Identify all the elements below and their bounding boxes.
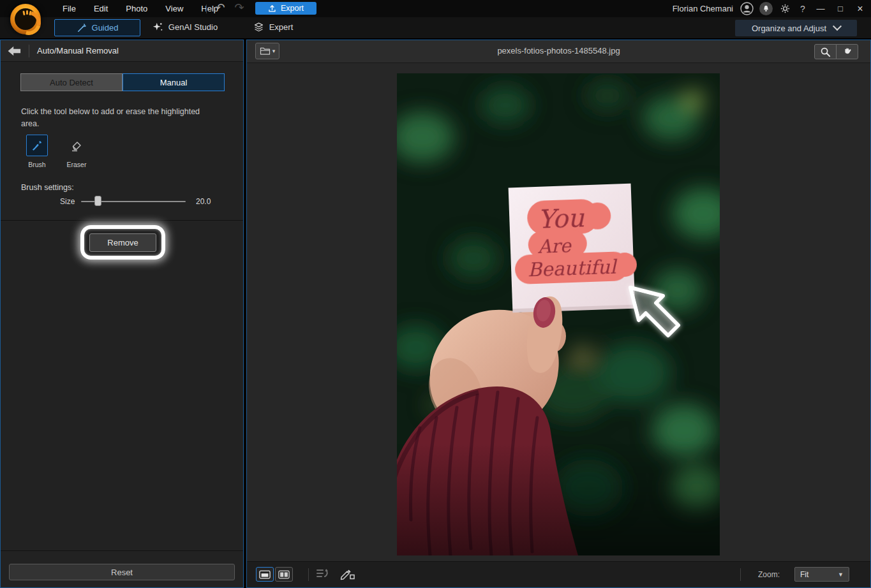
- tab-guided[interactable]: Guided: [54, 19, 140, 36]
- pan-tool-button[interactable]: [836, 44, 858, 59]
- magnifier-icon: [820, 47, 831, 57]
- photo-canvas[interactable]: You Are Beautiful: [397, 73, 720, 555]
- size-label: Size: [60, 197, 75, 206]
- eraser-tool-button[interactable]: [66, 135, 87, 156]
- undo-icon[interactable]: ↶: [212, 1, 228, 15]
- footer-divider: [1, 550, 243, 551]
- note-line-2: Are: [537, 235, 572, 258]
- brush-icon: [31, 139, 43, 152]
- section-divider: [1, 220, 243, 221]
- image-viewport[interactable]: You Are Beautiful: [247, 63, 870, 562]
- panel-header: Auto/Manual Removal: [1, 40, 243, 62]
- guided-edit-panel: Auto/Manual Removal Auto Detect Manual C…: [0, 40, 244, 588]
- menu-view[interactable]: View: [156, 4, 192, 13]
- layers-icon: [253, 22, 264, 33]
- filename-label: pexels-fotios-photos-1485548.jpg: [247, 46, 870, 55]
- help-icon[interactable]: ?: [798, 4, 808, 14]
- minimize-button[interactable]: —: [814, 4, 828, 13]
- bottombar-divider: [740, 568, 741, 581]
- edit-markup-button[interactable]: [340, 568, 355, 583]
- dropdown-arrow-icon: ▼: [838, 571, 844, 578]
- menu-file[interactable]: File: [54, 4, 85, 13]
- canvas-bottom-bar: Zoom: Fit ▼: [247, 561, 870, 587]
- logo-claw: [26, 10, 28, 15]
- export-button[interactable]: Export: [255, 2, 316, 15]
- app-window: File Edit Photo View Help ↶ ↷ Export Flo…: [0, 0, 871, 588]
- instruction-text: Click the tool below to add or erase the…: [21, 106, 210, 130]
- sparkle-icon: [153, 22, 163, 33]
- notifications-bell-icon[interactable]: [759, 2, 773, 15]
- apply-to-all-button[interactable]: [316, 568, 331, 583]
- wand-icon: [77, 23, 87, 33]
- hand-icon: [842, 47, 852, 57]
- back-arrow-icon: [6, 45, 23, 57]
- toolbar-divider: [206, 4, 207, 13]
- folder-icon: [260, 47, 271, 55]
- note-line-3: Beautiful: [527, 256, 618, 281]
- brush-tool-button[interactable]: [26, 135, 48, 156]
- maximize-button[interactable]: □: [833, 4, 847, 13]
- title-bar: File Edit Photo View Help ↶ ↷ Export Flo…: [0, 0, 871, 17]
- split-view-icon: [278, 570, 290, 579]
- upload-icon: [268, 4, 276, 13]
- split-view-button[interactable]: [275, 567, 293, 582]
- manual-button[interactable]: Manual: [123, 73, 225, 91]
- mode-dropdown[interactable]: Organize and Adjust: [735, 20, 857, 36]
- eraser-tool-label: Eraser: [65, 161, 88, 168]
- chevron-down-icon: [833, 22, 842, 31]
- detect-mode-segmented-control: Auto Detect Manual: [20, 73, 225, 91]
- brush-settings-label: Brush settings:: [21, 183, 74, 192]
- menu-photo[interactable]: Photo: [117, 4, 156, 13]
- pencil-square-icon: [340, 568, 355, 580]
- workspace-tab-bar: Guided GenAI Studio Expert Organize and …: [0, 17, 871, 40]
- apply-stack-icon: [316, 568, 331, 580]
- panel-title: Auto/Manual Removal: [37, 46, 119, 55]
- redo-icon: ↷: [231, 1, 248, 15]
- mode-dropdown-label: Organize and Adjust: [752, 24, 826, 33]
- remove-button[interactable]: Remove: [89, 233, 156, 252]
- account-icon[interactable]: [740, 2, 754, 15]
- size-value: 20.0: [196, 197, 211, 206]
- photo-image: You Are Beautiful: [397, 73, 720, 555]
- tab-expert-label: Expert: [269, 22, 294, 32]
- bottombar-divider: [308, 568, 309, 581]
- reset-button[interactable]: Reset: [9, 564, 235, 580]
- canvas-panel: ▾ pexels-fotios-photos-1485548.jpg: [246, 40, 871, 588]
- tab-guided-label: Guided: [92, 23, 119, 33]
- zoom-level-dropdown[interactable]: Fit ▼: [794, 567, 849, 582]
- user-cluster: Florian Chemani: [673, 0, 867, 17]
- sticky-note: You Are Beautiful: [509, 184, 639, 313]
- settings-gear-icon[interactable]: [778, 2, 792, 15]
- menu-bar: File Edit Photo View Help: [54, 0, 227, 17]
- canvas-top-bar: ▾ pexels-fotios-photos-1485548.jpg: [247, 40, 870, 63]
- eraser-icon: [70, 138, 84, 152]
- back-button[interactable]: [1, 40, 29, 61]
- open-file-button[interactable]: ▾: [255, 43, 279, 59]
- tab-expert[interactable]: Expert: [246, 19, 300, 35]
- caret-down-icon: ▾: [272, 48, 276, 54]
- tab-genai-label: GenAI Studio: [168, 22, 218, 32]
- single-view-button[interactable]: [256, 567, 274, 582]
- close-button[interactable]: ×: [853, 3, 867, 15]
- vignette: [397, 443, 720, 555]
- menu-edit[interactable]: Edit: [85, 4, 117, 13]
- size-slider-handle[interactable]: [94, 196, 101, 206]
- export-label: Export: [281, 4, 304, 13]
- zoom-level-value: Fit: [800, 570, 808, 579]
- zoom-tool-button[interactable]: [814, 44, 837, 59]
- zoom-dropdown-label: Zoom:: [758, 570, 780, 579]
- single-view-icon: [259, 570, 271, 579]
- note-line-1: You: [537, 203, 586, 234]
- paintshop-logo[interactable]: [10, 4, 41, 34]
- brush-tool-label: Brush: [26, 161, 48, 168]
- user-name: Florian Chemani: [673, 4, 733, 13]
- tab-genai-studio[interactable]: GenAI Studio: [145, 19, 225, 35]
- header-divider: [29, 45, 29, 57]
- auto-detect-button[interactable]: Auto Detect: [20, 73, 123, 91]
